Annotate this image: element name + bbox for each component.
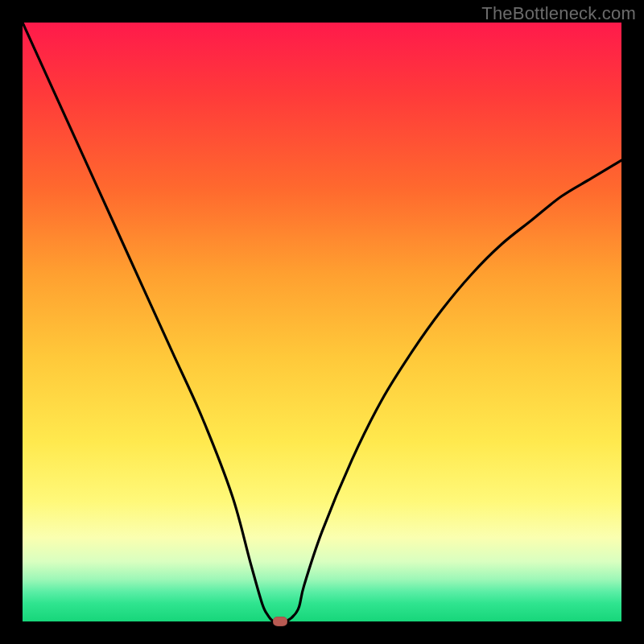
chart-frame: TheBottleneck.com: [0, 0, 644, 644]
chart-plot-area: [23, 23, 621, 621]
bottleneck-curve: [23, 23, 621, 621]
watermark-text: TheBottleneck.com: [481, 3, 636, 24]
curve-path: [23, 23, 621, 621]
optimum-marker: [273, 617, 287, 626]
